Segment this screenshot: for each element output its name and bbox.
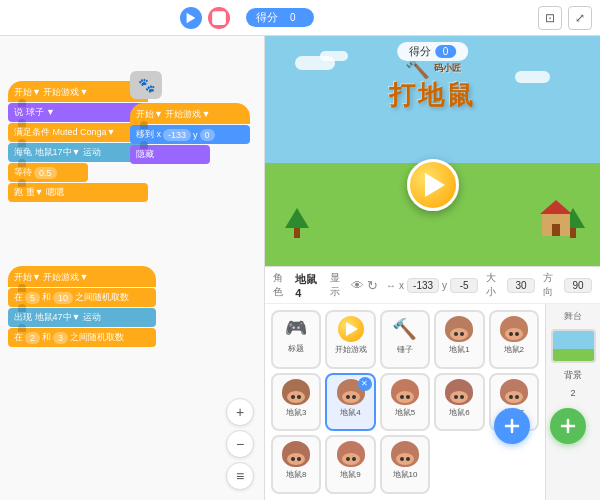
block-turtle[interactable]: 海龟 地鼠17中▼ 运动 (8, 143, 148, 162)
block-stack-2: 🐾 开始▼ 开始游戏▼ 移到 x-133y0 隐藏 (130, 71, 250, 165)
size-label: 大小 (486, 271, 504, 299)
stage-panel: 舞台 背景 2 (545, 304, 600, 500)
block-stack-1: 开始▼ 开始游戏▼ 说 球子 ▼ 满足条件 Muted Conga▼ 海龟 地鼠… (8, 81, 148, 203)
sprite-item-地鼠9[interactable]: 地鼠9 (325, 435, 375, 494)
block-num2[interactable]: 在2和3之间随机取数 (8, 328, 156, 347)
sprite-item-标题[interactable]: 🎮标题 (271, 310, 321, 369)
event-block-1[interactable]: 开始▼ 开始游戏▼ (8, 81, 148, 102)
block-appear[interactable]: 出现 地鼠47中▼ 运动 (8, 308, 156, 327)
sprite-item-地鼠2[interactable]: 地鼠2 (489, 310, 539, 369)
play-button-large[interactable] (407, 159, 459, 211)
tree-top-1 (285, 208, 309, 228)
fullscreen-icon[interactable]: ⤢ (568, 6, 592, 30)
house-roof (540, 200, 572, 214)
block-run[interactable]: 跑 重▼ 嗯嗯 (8, 183, 148, 202)
sprite-name-label-9: 地鼠6 (449, 407, 469, 418)
eye-icon[interactable]: 👁 (351, 278, 364, 293)
game-scene: 🔨 码小匠 打地鼠 得分 0 (265, 36, 600, 266)
backdrop-label: 背景 (564, 369, 582, 382)
house-door (552, 224, 560, 236)
sprite-name-label-8: 地鼠5 (395, 407, 415, 418)
size-value[interactable]: 30 (507, 278, 535, 293)
sprite-name-label-6: 地鼠3 (286, 407, 306, 418)
play-arrow (425, 173, 445, 197)
add-sprite-button[interactable] (494, 408, 530, 444)
house-body (542, 214, 570, 236)
sprite-name-value: 地鼠4 (295, 272, 322, 299)
top-bar-right: ⊡ ⤢ (538, 6, 592, 30)
sprite-item-地鼠6[interactable]: 地鼠6 (434, 373, 484, 432)
playback-controls: 得分 0 (180, 7, 314, 29)
score-display: 得分 0 (397, 42, 469, 61)
xy-field: ↔ x -133 y -5 (386, 278, 478, 293)
sprite-visibility-field: 显示 👁 ↻ (330, 271, 378, 299)
block-stack-3: 开始▼ 开始游戏▼ 在5和10之间随机取数 出现 地鼠47中▼ 运动 在2和3之… (8, 266, 156, 348)
title-big: 打地鼠 (389, 82, 476, 108)
sprites-grid: 🎮标题开始游戏🔨锤子 地鼠1 地鼠2 地鼠3 地鼠4✕ (265, 304, 545, 500)
sprite-name-label-5: 地鼠2 (504, 344, 524, 355)
x-value[interactable]: -133 (407, 278, 439, 293)
block-condition[interactable]: 满足条件 Muted Conga▼ (8, 123, 148, 142)
sprite-item-地鼠3[interactable]: 地鼠3 (271, 373, 321, 432)
sprite-item-开始游戏[interactable]: 开始游戏 (325, 310, 375, 369)
score-display-value: 0 (435, 45, 457, 58)
svg-rect-0 (212, 11, 226, 25)
game-title: 🔨 码小匠 打地鼠 (389, 56, 476, 108)
house (542, 214, 570, 236)
sprite-name-label-11: 地鼠8 (286, 469, 306, 480)
sprite-item-地鼠8[interactable]: 地鼠8 (271, 435, 321, 494)
y-value[interactable]: -5 (450, 278, 478, 293)
show-label: 显示 (330, 271, 348, 299)
right-panel: 🔨 码小匠 打地鼠 得分 0 (265, 36, 600, 500)
sprite-delete-7[interactable]: ✕ (358, 377, 372, 391)
sprite-name-label-13: 地鼠10 (393, 469, 418, 480)
green-flag-button[interactable] (180, 7, 202, 29)
tree-trunk-1 (294, 228, 300, 238)
add-backdrop-button[interactable] (550, 408, 586, 444)
sprite-name-label-7: 地鼠4 (340, 407, 360, 418)
zoom-in-button[interactable]: + (226, 398, 254, 426)
block-move-xy[interactable]: 移到 x-133y0 (130, 125, 250, 144)
sprite-item-地鼠1[interactable]: 地鼠1 (434, 310, 484, 369)
refresh-icon[interactable]: ↻ (367, 278, 378, 293)
sprite-name-label-1: 标题 (288, 343, 304, 354)
score-label: 得分 (256, 10, 278, 25)
cloud-3 (515, 71, 550, 83)
sprite-name-label-12: 地鼠9 (340, 469, 360, 480)
tree-1 (285, 208, 309, 238)
sprite-info-bar: 角色 地鼠4 显示 👁 ↻ ↔ x -133 y -5 大小 30 方向 90 (265, 266, 600, 304)
block-hide[interactable]: 隐藏 (130, 145, 210, 164)
size-field: 大小 30 (486, 271, 535, 299)
event-block-2[interactable]: 开始▼ 开始游戏▼ (130, 103, 250, 124)
sprite-item-地鼠4[interactable]: 地鼠4✕ (325, 373, 375, 432)
tree-trunk-2 (570, 228, 576, 238)
main-layout: 开始▼ 开始游戏▼ 说 球子 ▼ 满足条件 Muted Conga▼ 海龟 地鼠… (0, 36, 600, 500)
sprite-name-label-2: 开始游戏 (335, 344, 367, 355)
sprite-item-锤子[interactable]: 🔨锤子 (380, 310, 430, 369)
sprite-name-field: 角色 地鼠4 (273, 271, 322, 299)
title-small: 码小匠 (434, 62, 461, 75)
layout-icon[interactable]: ⊡ (538, 6, 562, 30)
score-display-label: 得分 (409, 44, 431, 59)
sprite-name-label-3: 锤子 (397, 344, 413, 355)
event-block-3[interactable]: 开始▼ 开始游戏▼ (8, 266, 156, 287)
sprite-name-label-4: 地鼠1 (449, 344, 469, 355)
x-label: x (399, 280, 404, 291)
dir-label: 方向 (543, 271, 561, 299)
zoom-reset-button[interactable]: ≡ (226, 462, 254, 490)
sprite-item-地鼠5[interactable]: 地鼠5 (380, 373, 430, 432)
block-num[interactable]: 在5和10之间随机取数 (8, 288, 156, 307)
zoom-out-button[interactable]: − (226, 430, 254, 458)
score-value: 0 (282, 11, 304, 24)
sprite-item-地鼠10[interactable]: 地鼠10 (380, 435, 430, 494)
stop-button[interactable] (208, 7, 230, 29)
dir-value[interactable]: 90 (564, 278, 592, 293)
cloud-2 (320, 51, 348, 61)
stage-thumbnail[interactable] (551, 329, 596, 363)
y-label: y (442, 280, 447, 291)
sprite-label: 角色 (273, 271, 292, 299)
block-say[interactable]: 说 球子 ▼ (8, 103, 148, 122)
stage-panel-label: 舞台 (564, 310, 582, 323)
sprites-section: 🎮标题开始游戏🔨锤子 地鼠1 地鼠2 地鼠3 地鼠4✕ (265, 304, 600, 500)
dir-field: 方向 90 (543, 271, 592, 299)
